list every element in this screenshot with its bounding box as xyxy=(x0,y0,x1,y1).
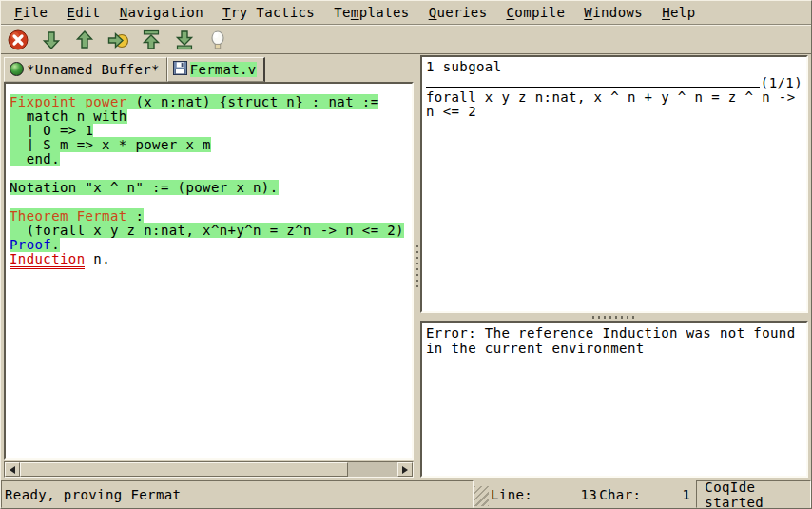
stop-button[interactable] xyxy=(6,28,30,52)
go-to-cursor-button[interactable] xyxy=(106,28,130,52)
message-text-line: Error: The reference Induction was not f… xyxy=(426,325,802,341)
code-line: Proof. xyxy=(10,238,412,252)
code-line: end. xyxy=(10,152,412,166)
go-to-end-button[interactable] xyxy=(172,28,197,52)
goal-text-line: forall x y z n:nat, x ^ n + y ^ n = z ^ … xyxy=(426,90,802,105)
vertical-splitter[interactable] xyxy=(414,54,420,480)
menu-windows[interactable]: Windows xyxy=(574,3,652,22)
goal-counter: (1/1) xyxy=(760,76,802,90)
code-line xyxy=(10,166,412,181)
splitter-grip-icon xyxy=(416,245,418,289)
script-pane: *Unnamed Buffer*Fermat.v Fixpoint power … xyxy=(1,54,414,480)
stop-icon xyxy=(7,29,29,51)
splitter-grip-icon xyxy=(592,316,636,319)
tab-label: Fermat.v xyxy=(190,62,257,77)
tab-unnamed-buffer[interactable]: *Unnamed Buffer* xyxy=(4,57,167,82)
arrow-down-icon xyxy=(40,29,63,51)
goal-body: forall x y z n:nat, x ^ n + y ^ n = z ^ … xyxy=(426,90,802,119)
goal-header: 1 subgoal xyxy=(426,60,802,74)
coqide-window: FileEditNavigationTry TacticsTemplatesQu… xyxy=(0,0,812,509)
line-char-indicator: Line: 13 Char: 1 xyxy=(489,480,690,508)
step-backward-button[interactable] xyxy=(72,28,97,52)
app-message: CoqIde started xyxy=(696,480,811,508)
horizontal-splitter[interactable] xyxy=(420,313,808,321)
line-label: Line: xyxy=(489,487,532,502)
tab-label: *Unnamed Buffer* xyxy=(27,62,160,77)
code-line: Fixpoint power (x n:nat) {struct n} : na… xyxy=(10,95,412,109)
menu-help[interactable]: Help xyxy=(652,3,705,22)
code-line: | S m => x * power x m xyxy=(10,138,412,152)
code-line: (forall x y z n:nat, x^n+y^n = z^n -> n … xyxy=(10,224,412,238)
messages-panel[interactable]: Error: The reference Induction was not f… xyxy=(420,321,808,478)
code-line: | O => 1 xyxy=(10,124,412,138)
code-line: match n with xyxy=(10,109,412,124)
resize-grip[interactable] xyxy=(474,486,489,506)
arrow-to-cursor-icon xyxy=(106,29,129,51)
horizontal-scrollbar[interactable] xyxy=(4,461,414,478)
scrollbar-thumb[interactable] xyxy=(20,462,348,477)
scroll-right-button[interactable] xyxy=(397,462,413,477)
message-text-line: in the current environment xyxy=(426,341,802,356)
goals-panel[interactable]: 1 subgoal (1/1) forall x y z n:nat, x ^ … xyxy=(420,55,808,313)
arrow-up-icon xyxy=(73,29,96,51)
step-forward-button[interactable] xyxy=(39,28,64,52)
menu-compile[interactable]: Compile xyxy=(496,3,574,22)
proof-pane: 1 subgoal (1/1) forall x y z n:nat, x ^ … xyxy=(420,54,811,480)
goal-separator: (1/1) xyxy=(426,76,802,90)
menu-navigation[interactable]: Navigation xyxy=(110,3,213,22)
tab-bar: *Unnamed Buffer*Fermat.v xyxy=(4,55,414,82)
arrow-bottom-icon xyxy=(173,29,196,51)
scroll-left-button[interactable] xyxy=(5,462,20,477)
code-line: Induction n. xyxy=(10,252,412,266)
triangle-left-icon xyxy=(10,466,15,474)
code-line: Notation "x ^ n" := (power x n). xyxy=(10,181,412,195)
line-value: 13 xyxy=(532,487,597,502)
status-text: Ready, proving Fermat xyxy=(1,480,474,508)
status-bar: Ready, proving Fermat Line: 13 Char: 1 C… xyxy=(1,480,811,508)
separator-line xyxy=(426,87,760,88)
menu-edit[interactable]: Edit xyxy=(57,3,109,22)
script-editor[interactable]: Fixpoint power (x n:nat) {struct n} : na… xyxy=(4,82,414,460)
menu-queries[interactable]: Queries xyxy=(419,3,497,22)
triangle-right-icon xyxy=(402,466,408,474)
scrollbar-trough[interactable] xyxy=(20,462,397,477)
save-icon xyxy=(173,61,187,78)
buffer-status-icon xyxy=(10,62,24,76)
char-label: Char: xyxy=(597,487,641,502)
goal-text-line: n <= 2 xyxy=(426,105,802,119)
menu-try-tactics[interactable]: Try Tactics xyxy=(213,3,324,22)
menu-templates[interactable]: Templates xyxy=(324,3,419,22)
code-line xyxy=(10,195,412,209)
hint-button[interactable] xyxy=(205,28,230,52)
lightbulb-icon xyxy=(206,29,229,51)
main-content: *Unnamed Buffer*Fermat.v Fixpoint power … xyxy=(1,54,811,480)
char-value: 1 xyxy=(641,487,690,502)
code-line: Theorem Fermat : xyxy=(10,209,412,224)
menu-bar: FileEditNavigationTry TacticsTemplatesQu… xyxy=(1,1,811,25)
arrow-top-icon xyxy=(140,29,163,51)
toolbar xyxy=(1,25,811,54)
tab-fermat-v[interactable]: Fermat.v xyxy=(167,57,265,82)
menu-file[interactable]: File xyxy=(5,3,57,22)
message-body: Error: The reference Induction was not f… xyxy=(426,325,802,356)
go-to-start-button[interactable] xyxy=(139,28,164,52)
